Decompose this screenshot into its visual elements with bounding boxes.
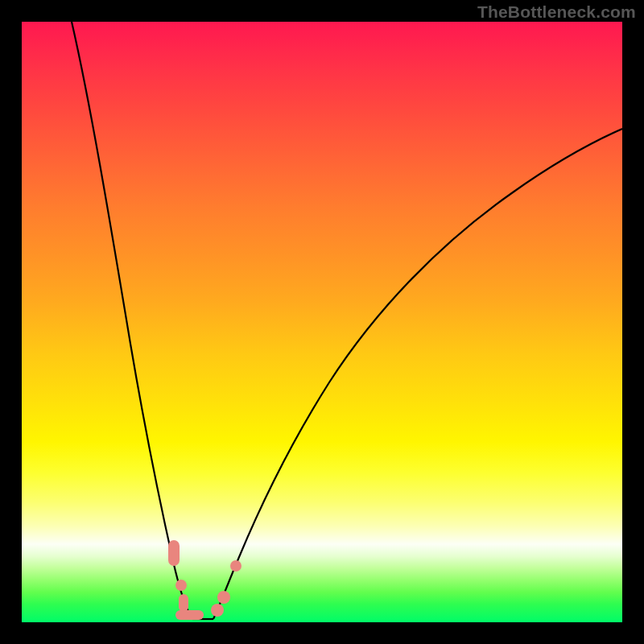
data-marker [168, 540, 180, 566]
data-marker [230, 560, 242, 572]
data-marker [211, 604, 224, 617]
curve-svg [22, 22, 622, 622]
curve-left-branch [72, 22, 192, 619]
data-marker [217, 591, 230, 604]
data-marker [175, 580, 187, 591]
chart-frame: TheBottleneck.com [0, 0, 644, 644]
watermark-text: TheBottleneck.com [477, 2, 636, 22]
plot-area [22, 22, 622, 622]
data-marker [175, 610, 204, 620]
curve-right-branch [213, 129, 622, 619]
data-marker [179, 594, 188, 612]
